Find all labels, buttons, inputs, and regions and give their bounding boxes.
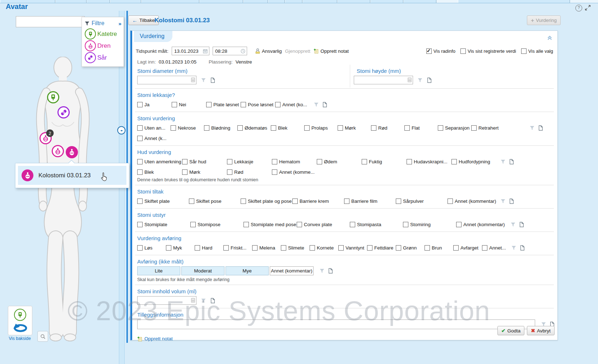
filter-item-dren[interactable]: Dren [85,40,121,52]
browser-tab[interactable] [337,0,370,3]
checkbox[interactable] [272,169,277,175]
drain-marker[interactable] [52,145,64,157]
checkbox-option[interactable]: Fettdiare [367,245,396,251]
checkbox-option[interactable]: Plate løsnet [206,102,241,107]
checkbox[interactable] [310,245,315,251]
avatar-search-input[interactable] [16,16,85,27]
checkbox[interactable] [317,159,322,164]
colostomy-marker-selected[interactable] [66,146,78,158]
checkbox[interactable] [482,245,487,251]
checkbox[interactable] [237,125,243,131]
document-icon[interactable] [210,78,215,83]
filter-icon[interactable] [511,222,515,227]
amount-button-lite[interactable]: Lite [137,266,180,275]
checkbox[interactable] [396,199,401,204]
browser-tab[interactable] [302,0,337,3]
checkbox-option[interactable]: Convex plate [297,222,350,227]
checkbox-option[interactable]: Separasjon [438,125,471,131]
document-icon[interactable] [509,199,514,204]
filter-icon[interactable] [530,126,534,130]
chevron-right-double-icon[interactable]: » [119,20,121,27]
checkbox-option[interactable]: Annet... [482,245,511,251]
checkbox-option[interactable]: Brun [425,245,453,251]
checkbox-option[interactable]: Skiftet plate [137,199,189,204]
checkbox-option[interactable]: Uten anmerkning [137,159,182,164]
checkbox[interactable] [403,222,408,227]
checkbox-option[interactable]: Blødning [204,125,237,131]
checkbox[interactable] [451,159,457,164]
hoyde-input[interactable] [354,76,413,84]
amount-button-mye[interactable]: Mye [226,266,269,275]
browser-tab[interactable] [87,0,110,3]
checkbox[interactable] [241,199,246,204]
checkbox-option[interactable]: Ja [137,102,172,107]
vis-radinfo-option[interactable]: Vis radinfo [426,48,455,54]
browser-tab[interactable] [403,0,436,3]
checkbox-option[interactable]: Blek [137,169,182,175]
browser-tab[interactable] [199,0,243,3]
expand-icon[interactable] [585,5,591,11]
checkbox-option[interactable]: Stomiplate [137,222,190,227]
opprett-notat-link[interactable]: Opprett notat [314,48,349,54]
calculator-icon[interactable] [408,78,412,82]
checkbox-option[interactable]: Avfarget [453,245,482,251]
checkbox-option[interactable]: Stomiring [403,222,456,227]
checkbox-option[interactable]: Nekrose [171,125,204,131]
checkbox-option[interactable]: Mørk [182,169,227,175]
checkbox[interactable] [367,245,372,251]
checkbox[interactable] [456,222,462,227]
checkbox[interactable] [471,125,477,131]
checkbox-option[interactable]: Annet (kommentar) [448,199,499,204]
checkbox-option[interactable]: Rød [227,169,272,175]
filter-icon[interactable] [201,78,206,83]
filter-icon[interactable] [511,246,516,250]
checkbox-option[interactable]: Løs [137,245,166,251]
clock-icon[interactable] [241,49,245,53]
checkbox-option[interactable]: Grønn [396,245,425,251]
checkbox[interactable] [190,222,196,227]
checkbox-option[interactable]: Skiftet pose [189,199,241,204]
checkbox[interactable] [426,48,432,54]
checkbox-option[interactable]: Skiftet plate og pose [241,199,292,204]
checkbox[interactable] [166,245,171,251]
checkbox[interactable] [338,125,343,131]
browser-tab[interactable] [370,0,403,3]
checkbox-option[interactable]: Friskt... [223,245,252,251]
checkbox[interactable] [137,169,143,175]
vis-alle-option[interactable]: Vis alle valg [521,48,553,54]
checkbox-option[interactable]: Blek [271,125,304,131]
checkbox[interactable] [292,199,298,204]
checkbox[interactable] [448,199,453,204]
amount-button-moderat[interactable]: Moderat [181,266,224,275]
checkbox[interactable] [223,245,229,251]
checkbox[interactable] [182,169,187,175]
checkbox[interactable] [137,136,143,141]
checkbox-option[interactable]: Uten an... [137,125,171,131]
checkbox[interactable] [227,169,232,175]
calculator-icon[interactable] [191,298,195,303]
filter-icon[interactable] [201,298,206,303]
checkbox-option[interactable]: Annet (k... [137,136,171,141]
checkbox-option[interactable]: Fuktig [362,159,407,164]
wound-marker[interactable] [57,106,70,118]
opprett-notat-link-bottom[interactable]: Opprett notat [137,336,173,341]
filter-icon[interactable] [314,102,319,107]
checkbox[interactable] [195,245,200,251]
checkbox-option[interactable]: Vanntynt [338,245,367,251]
checkbox[interactable] [396,245,401,251]
checkbox-option[interactable]: Slimete [281,245,310,251]
browser-tab[interactable] [285,0,302,3]
checkbox-option[interactable]: Ødem [317,159,362,164]
browser-tab[interactable] [458,0,570,3]
checkbox[interactable] [425,245,430,251]
checkbox-option[interactable]: Stomiplate med pose [244,222,297,227]
browser-tab[interactable] [110,0,141,3]
document-icon[interactable] [210,298,215,303]
calculator-icon[interactable] [191,78,195,82]
checkbox-option[interactable]: Nei [172,102,206,107]
checkbox[interactable] [171,125,176,131]
checkbox[interactable] [189,199,194,204]
checkbox[interactable] [350,222,355,227]
document-icon[interactable] [427,78,432,83]
checkbox[interactable] [272,159,277,164]
